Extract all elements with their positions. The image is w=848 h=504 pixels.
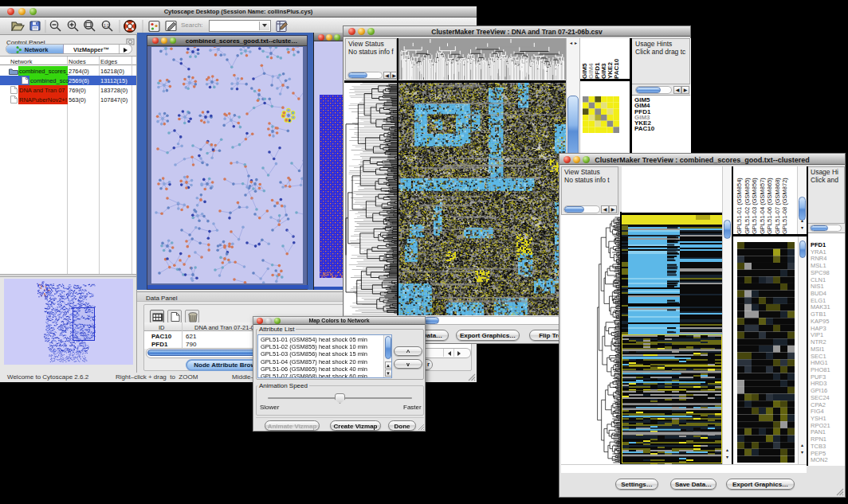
- svg-text:1:1: 1:1: [104, 23, 109, 28]
